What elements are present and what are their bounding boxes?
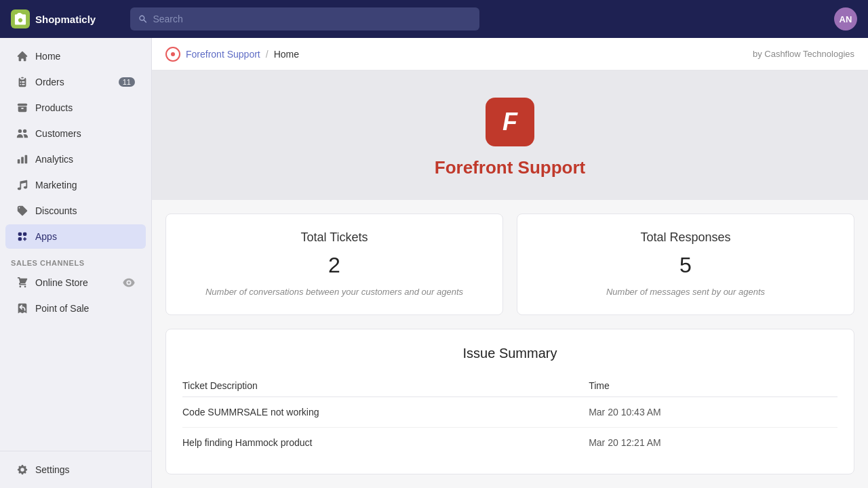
issue-summary-title: Issue Summary: [182, 346, 837, 361]
sidebar-label-products: Products: [35, 102, 73, 113]
app-title: Forefront Support: [435, 157, 585, 178]
sidebar-item-home[interactable]: Home: [5, 44, 146, 68]
home-icon: [16, 50, 28, 62]
app-logo: F: [486, 98, 534, 146]
search-icon: [138, 14, 147, 24]
breadcrumb-credit: by Cashflow Technologies: [753, 49, 854, 59]
sidebar-label-online-store: Online Store: [35, 277, 88, 288]
analytics-icon: [16, 153, 28, 165]
sidebar-label-orders: Orders: [35, 77, 64, 87]
sidebar-item-marketing[interactable]: Marketing: [5, 173, 146, 197]
orders-icon: [16, 76, 28, 88]
issue-time: Mar 20 12:21 AM: [561, 428, 837, 458]
sidebar-label-customers: Customers: [35, 128, 81, 139]
sidebar-item-analytics[interactable]: Analytics: [5, 147, 146, 171]
app-hero: F Forefront Support: [152, 70, 868, 200]
sidebar-item-orders[interactable]: Orders 11: [5, 70, 146, 94]
sidebar: Home Orders 11 Products Customers Analyt…: [0, 38, 152, 488]
stat-card-tickets: Total Tickets 2 Number of conversations …: [165, 214, 503, 315]
store-icon: [16, 277, 28, 289]
customers-icon: [16, 127, 28, 140]
issue-time: Mar 20 10:43 AM: [561, 397, 837, 428]
table-row: Code SUMMRSALE not working Mar 20 10:43 …: [182, 397, 837, 428]
layout: Home Orders 11 Products Customers Analyt…: [0, 38, 868, 488]
stats-row: Total Tickets 2 Number of conversations …: [152, 200, 868, 315]
stat-title-responses: Total Responses: [640, 230, 730, 245]
products-icon: [16, 102, 28, 114]
sidebar-label-pos: Point of Sale: [35, 303, 89, 314]
sidebar-item-online-store[interactable]: Online Store: [5, 270, 146, 295]
brand-name: Shopmaticly: [35, 14, 96, 25]
issue-description: Code SUMMRSALE not working: [182, 397, 561, 428]
avatar[interactable]: AN: [834, 7, 857, 30]
breadcrumb: Forefront Support / Home: [165, 47, 299, 62]
orders-badge: 11: [119, 77, 135, 87]
brand: Shopmaticly: [11, 9, 119, 28]
topbar: Shopmaticly AN: [0, 0, 868, 38]
marketing-icon: [16, 179, 28, 191]
issue-summary: Issue Summary Ticket Description Time Co…: [165, 329, 854, 474]
breadcrumb-bar: Forefront Support / Home by Cashflow Tec…: [152, 38, 868, 70]
breadcrumb-current: Home: [274, 49, 299, 60]
sidebar-label-settings: Settings: [35, 464, 70, 475]
sidebar-label-home: Home: [35, 51, 60, 62]
stat-value-responses: 5: [679, 253, 692, 278]
sidebar-label-discounts: Discounts: [35, 205, 77, 216]
breadcrumb-parent-link[interactable]: Forefront Support: [186, 49, 260, 60]
sidebar-label-apps: Apps: [35, 231, 57, 242]
sidebar-item-point-of-sale[interactable]: Point of Sale: [5, 296, 146, 321]
sidebar-item-apps[interactable]: Apps: [5, 224, 146, 249]
col-header-description: Ticket Description: [182, 375, 561, 397]
online-store-actions: [123, 277, 135, 289]
breadcrumb-separator: /: [266, 49, 269, 60]
sidebar-label-analytics: Analytics: [35, 154, 73, 165]
issue-description: Help finding Hammock product: [182, 428, 561, 458]
shopify-bag-icon: [11, 9, 30, 28]
table-row: Help finding Hammock product Mar 20 12:2…: [182, 428, 837, 458]
search-bar[interactable]: [130, 7, 479, 30]
settings-icon: [16, 464, 28, 476]
main-content: Forefront Support / Home by Cashflow Tec…: [152, 38, 868, 488]
sales-channels-label: SALES CHANNELS: [0, 249, 151, 270]
apps-icon: [16, 230, 28, 243]
sidebar-item-customers[interactable]: Customers: [5, 121, 146, 146]
stat-value-tickets: 2: [328, 253, 340, 278]
stat-desc-responses: Number of messages sent by our agents: [606, 286, 765, 298]
search-input[interactable]: [153, 14, 471, 24]
discounts-icon: [16, 205, 28, 217]
issue-table: Ticket Description Time Code SUMMRSALE n…: [182, 375, 837, 458]
forefront-support-icon: [165, 47, 180, 62]
col-header-time: Time: [561, 375, 837, 397]
sidebar-item-settings[interactable]: Settings: [5, 458, 146, 482]
pos-icon: [16, 302, 28, 314]
sidebar-label-marketing: Marketing: [35, 180, 77, 190]
stat-desc-tickets: Number of conversations between your cus…: [205, 286, 463, 298]
sidebar-item-discounts[interactable]: Discounts: [5, 199, 146, 223]
sidebar-item-products[interactable]: Products: [5, 96, 146, 120]
stat-title-tickets: Total Tickets: [300, 230, 368, 245]
stat-card-responses: Total Responses 5 Number of messages sen…: [517, 214, 854, 315]
eye-icon[interactable]: [123, 277, 135, 289]
